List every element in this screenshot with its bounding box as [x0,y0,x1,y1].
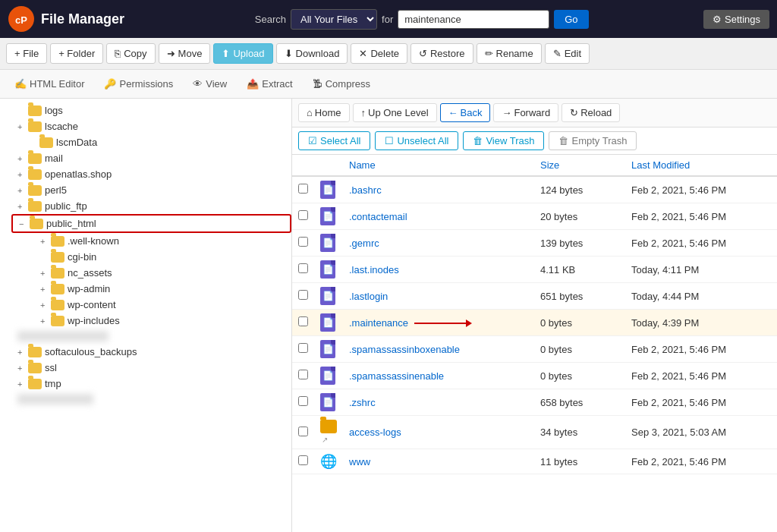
table-row[interactable]: 📄.contactemail20 bytesFeb 2, 2021, 5:46 … [292,203,777,230]
file-type-icon: 📄 [320,287,335,305]
row-checkbox[interactable] [298,210,308,220]
tree-item-lscache[interactable]: + lscache [11,118,291,134]
permissions-button[interactable]: 🔑 Permissions [96,74,181,93]
row-checkbox[interactable] [298,370,308,379]
forward-button[interactable]: → Forward [493,103,558,122]
row-checkbox[interactable] [298,427,308,436]
back-button[interactable]: ← Back [440,103,491,122]
table-row[interactable]: 📄.last.inodes4.11 KBToday, 4:11 PM [292,257,777,283]
table-row[interactable]: 🌐www11 bytesFeb 2, 2021, 5:46 PM [292,449,777,474]
html-editor-button[interactable]: ✍ HTML Editor [6,74,93,93]
tree-item-perl5[interactable]: + perl5 [11,182,291,198]
folder-icon [51,316,64,326]
file-name-cell[interactable]: .last.inodes [343,257,534,283]
table-row[interactable]: 📄.gemrc139 bytesFeb 2, 2021, 5:46 PM [292,230,777,257]
files-table: Name Size Last Modified 📄.bashrc124 byte… [292,155,777,474]
file-name-cell[interactable]: .lastlogin [343,283,534,310]
file-name-cell[interactable]: .contactemail [343,203,534,230]
edit-button[interactable]: ✎ Edit [545,43,590,64]
row-checkbox[interactable] [298,184,308,194]
tree-item-wp-admin[interactable]: + wp-admin [34,281,291,297]
move-button[interactable]: ➜ Move [159,43,211,64]
file-name-cell[interactable]: .spamassassinboxenable [343,336,534,363]
row-checkbox[interactable] [298,290,308,300]
row-checkbox[interactable] [298,455,308,465]
size-col-header[interactable]: Size [534,155,625,176]
table-row[interactable]: 📄.spamassassinboxenable0 bytesFeb 2, 202… [292,336,777,363]
extract-button[interactable]: 📤 Extract [238,74,300,93]
file-name-cell[interactable]: .spamassassinenable [343,363,534,389]
file-name-cell[interactable]: access-logs [343,416,534,449]
new-file-button[interactable]: + File [6,43,47,64]
row-checkbox[interactable] [298,396,308,406]
view-trash-button[interactable]: 🗑 View Trash [463,131,544,150]
upload-button[interactable]: ⬆ Upload [213,43,272,64]
tree-item-softaculous[interactable]: + softaculous_backups [11,344,291,360]
unselect-all-button[interactable]: ☐ Unselect All [375,131,458,150]
file-modified-cell: Feb 2, 2021, 5:46 PM [625,449,777,474]
restore-button[interactable]: ↺ Restore [411,43,473,64]
file-name-cell[interactable]: .maintenance [343,310,534,336]
row-checkbox[interactable] [298,237,308,247]
file-name-cell[interactable]: .zshrc [343,389,534,416]
modified-col-header[interactable]: Last Modified [625,155,777,176]
tree-item-label: wp-includes [68,315,120,326]
settings-button[interactable]: ⚙ Settings [703,10,769,29]
file-modified-cell: Feb 2, 2021, 5:46 PM [625,363,777,389]
row-checkbox[interactable] [298,343,308,353]
go-button[interactable]: Go [554,10,588,29]
file-type-icon: 📄 [320,181,335,199]
toggle-icon: + [40,237,49,246]
folder-icon [28,153,42,164]
table-row[interactable]: 📄.bashrc124 bytesFeb 2, 2021, 5:46 PM [292,176,777,203]
download-button[interactable]: ⬇ Download [276,43,348,64]
tree-item-well-known[interactable]: + .well-known [34,233,291,249]
table-row[interactable]: 📄.zshrc658 bytesFeb 2, 2021, 5:46 PM [292,389,777,416]
tree-item-cgi-bin[interactable]: cgi-bin [34,249,291,265]
select-all-button[interactable]: ☑ Select All [298,131,370,150]
empty-trash-button[interactable]: 🗑 Empty Trash [549,131,637,150]
tree-item-public-html[interactable]: − public_html [11,214,291,233]
folder-icon [28,363,42,373]
table-row[interactable]: 📄.lastlogin651 bytesToday, 4:44 PM [292,283,777,310]
file-name-cell[interactable]: www [343,449,534,474]
up-one-level-button[interactable]: ↑ Up One Level [353,103,437,122]
row-checkbox[interactable] [298,316,308,326]
tree-item-wp-includes[interactable]: + wp-includes [34,313,291,329]
tree-item-label: logs [45,105,63,116]
view-button[interactable]: 👁 View [184,74,235,93]
empty-trash-icon: 🗑 [558,135,568,146]
reload-button[interactable]: ↻ Reload [562,103,620,122]
tree-item-logs[interactable]: logs [11,102,291,118]
file-size-cell: 4.11 KB [534,257,625,283]
tree-item-mail[interactable]: + mail [11,150,291,166]
file-modified-cell: Today, 4:39 PM [625,310,777,336]
tree-item-label: cgi-bin [68,251,96,263]
row-checkbox[interactable] [298,263,308,273]
tree-item-openatlas[interactable]: + openatlas.shop [11,166,291,182]
table-row[interactable]: 📄.maintenance0 bytesToday, 4:39 PM [292,310,777,336]
name-col-header[interactable]: Name [343,155,534,176]
file-name-cell[interactable]: .gemrc [343,230,534,257]
new-folder-button[interactable]: + Folder [50,43,103,64]
rename-button[interactable]: ✏ Rename [477,43,542,64]
copy-button[interactable]: ⎘ Copy [106,43,155,64]
tree-item-lscmdata[interactable]: lscmData [23,134,291,150]
tree-item-nc-assets[interactable]: + nc_assets [34,265,291,281]
tree-item-public-ftp[interactable]: + public_ftp [11,198,291,214]
tree-item-tmp[interactable]: + tmp [11,376,291,392]
table-row[interactable]: ↗access-logs34 bytesSep 3, 2021, 5:03 AM [292,416,777,449]
file-name-cell[interactable]: .bashrc [343,176,534,203]
search-input[interactable] [398,10,549,29]
row-checkbox-cell [292,257,314,283]
tree-item-wp-content[interactable]: + wp-content [34,297,291,313]
row-checkbox-cell [292,449,314,474]
tree-item-ssl[interactable]: + ssl [11,360,291,376]
toggle-icon: + [40,269,49,278]
delete-button[interactable]: ✕ Delete [351,43,407,64]
compress-button[interactable]: 🗜 Compress [304,74,379,93]
search-scope-select[interactable]: All Your Files [291,9,377,30]
table-row[interactable]: 📄.spamassassinenable0 bytesFeb 2, 2021, … [292,363,777,389]
home-button[interactable]: ⌂ Home [298,103,350,122]
toggle-icon [29,138,38,147]
